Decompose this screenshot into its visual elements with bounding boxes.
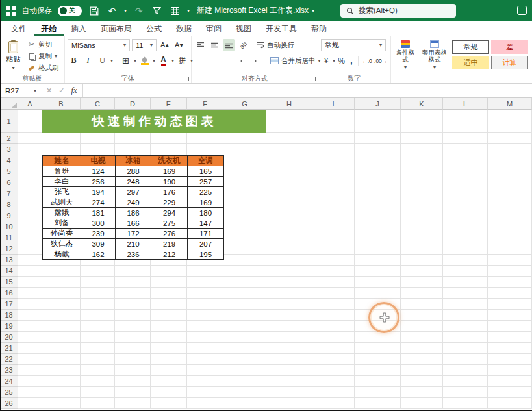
row-header-14[interactable]: 14: [0, 266, 18, 277]
column-header-A[interactable]: A: [18, 98, 42, 110]
table-cell[interactable]: 210: [116, 239, 151, 249]
row-header-4[interactable]: 4: [0, 155, 18, 166]
cell-J16[interactable]: [355, 288, 401, 299]
column-header-H[interactable]: H: [266, 98, 312, 110]
column-header-G[interactable]: G: [223, 98, 266, 110]
cell-F25[interactable]: [187, 387, 223, 398]
cell-A17[interactable]: [18, 299, 42, 310]
cell-M8[interactable]: [488, 199, 532, 210]
row-header-1[interactable]: 1: [0, 110, 18, 133]
cell-C2[interactable]: [81, 133, 115, 144]
cell-E2[interactable]: [151, 133, 187, 144]
row-header-5[interactable]: 5: [0, 166, 18, 177]
row-header-11[interactable]: 11: [0, 232, 18, 243]
table-cell[interactable]: 309: [81, 239, 116, 249]
table-cell[interactable]: 孙尚香: [43, 229, 81, 239]
accounting-format-icon[interactable]: ￥: [321, 55, 331, 67]
cell-H3[interactable]: [266, 144, 312, 155]
row-header-8[interactable]: 8: [0, 199, 18, 210]
undo-icon[interactable]: ↶: [106, 5, 118, 17]
cell-D17[interactable]: [115, 299, 151, 310]
cell-M14[interactable]: [488, 266, 532, 277]
cell-A10[interactable]: [18, 221, 42, 232]
row-header-10[interactable]: 10: [0, 221, 18, 232]
cell-F21[interactable]: [187, 343, 223, 354]
cell-A8[interactable]: [18, 199, 42, 210]
ribbon-tab-6[interactable]: 审阅: [199, 21, 229, 36]
cell-I22[interactable]: [312, 354, 355, 365]
cell-H2[interactable]: [266, 133, 312, 144]
cell-J23[interactable]: [355, 365, 401, 376]
table-cell[interactable]: 300: [81, 218, 116, 229]
name-box[interactable]: R27 ▾: [0, 84, 40, 97]
cell-I11[interactable]: [312, 232, 355, 243]
cell-D19[interactable]: [115, 321, 151, 332]
cell-M23[interactable]: [488, 365, 532, 376]
cell-B15[interactable]: [42, 277, 81, 288]
cell-G24[interactable]: [223, 376, 266, 387]
cell-I14[interactable]: [312, 266, 355, 277]
cell-I15[interactable]: [312, 277, 355, 288]
ribbon-tab-1[interactable]: 开始: [34, 21, 64, 36]
table-cell[interactable]: 207: [188, 239, 224, 249]
insert-function-icon[interactable]: fx: [71, 86, 77, 95]
row-header-23[interactable]: 23: [0, 365, 18, 376]
table-cell[interactable]: 162: [81, 249, 116, 260]
cell-H8[interactable]: [266, 199, 312, 210]
cell-C15[interactable]: [81, 277, 115, 288]
cell-J11[interactable]: [355, 232, 401, 243]
ribbon-tab-4[interactable]: 公式: [139, 21, 169, 36]
table-cell[interactable]: 165: [188, 166, 224, 177]
cell-H12[interactable]: [266, 243, 312, 255]
cell-K5[interactable]: [401, 166, 443, 177]
cell-G15[interactable]: [223, 277, 266, 288]
decrease-decimal-icon[interactable]: .00→: [374, 55, 387, 67]
cell-D24[interactable]: [115, 376, 151, 387]
cell-E19[interactable]: [151, 321, 187, 332]
cell-G12[interactable]: [223, 243, 266, 255]
ribbon-tab-7[interactable]: 视图: [229, 21, 259, 36]
cell-M21[interactable]: [488, 343, 532, 354]
cell-style-normal[interactable]: 常规: [452, 40, 489, 54]
chevron-down-icon[interactable]: ▾: [110, 58, 113, 64]
cell-I16[interactable]: [312, 288, 355, 299]
align-center-icon[interactable]: [209, 55, 221, 67]
cell-I23[interactable]: [312, 365, 355, 376]
table-cell[interactable]: 张飞: [43, 187, 81, 197]
format-as-table-button[interactable]: 套用表格格式 ▾: [420, 39, 450, 70]
row-header-18[interactable]: 18: [0, 310, 18, 321]
chevron-down-icon[interactable]: ▾: [153, 58, 155, 64]
cell-E18[interactable]: [151, 310, 187, 321]
row-header-13[interactable]: 13: [0, 255, 18, 266]
chevron-down-icon[interactable]: ▾: [124, 8, 127, 14]
cell-M25[interactable]: [488, 387, 532, 398]
cell-H23[interactable]: [266, 365, 312, 376]
cell-M20[interactable]: [488, 332, 532, 343]
chevron-down-icon[interactable]: ▾: [187, 8, 190, 14]
cell-H20[interactable]: [266, 332, 312, 343]
row-header-12[interactable]: 12: [0, 243, 18, 255]
cell-C17[interactable]: [81, 299, 115, 310]
column-header-J[interactable]: J: [355, 98, 401, 110]
column-header-L[interactable]: L: [443, 98, 488, 110]
cell-I12[interactable]: [312, 243, 355, 255]
table-cell[interactable]: 275: [151, 218, 188, 229]
cell-B16[interactable]: [42, 288, 81, 299]
cell-K21[interactable]: [401, 343, 443, 354]
cell-M13[interactable]: [488, 255, 532, 266]
cell-L18[interactable]: [443, 310, 488, 321]
column-header-C[interactable]: C: [81, 98, 115, 110]
cell-G10[interactable]: [223, 221, 266, 232]
cell-E21[interactable]: [151, 343, 187, 354]
autosave-toggle[interactable]: 关: [58, 6, 82, 16]
cell-L1[interactable]: [443, 110, 488, 133]
cell-G16[interactable]: [223, 288, 266, 299]
table-cell[interactable]: 169: [188, 197, 224, 208]
table-cell[interactable]: 嫦娥: [43, 208, 81, 218]
cell-A3[interactable]: [18, 144, 42, 155]
cell-M7[interactable]: [488, 188, 532, 199]
cell-F2[interactable]: [187, 133, 223, 144]
cell-J8[interactable]: [355, 199, 401, 210]
cell-K10[interactable]: [401, 221, 443, 232]
cell-E20[interactable]: [151, 332, 187, 343]
